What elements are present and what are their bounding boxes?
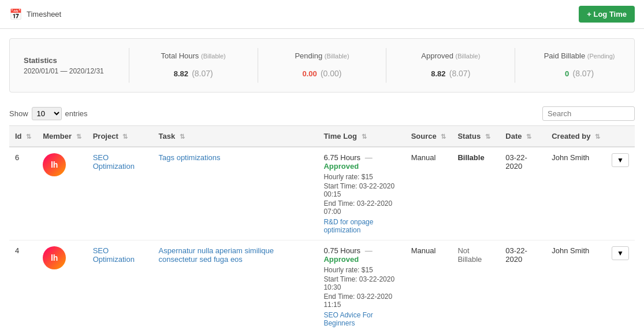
stats-section: Statistics 2020/01/01 — 2020/12/31 <box>24 56 106 75</box>
sort-icon-task: ⇅ <box>180 133 185 140</box>
time-hours: 0.75 Hours <box>323 246 360 255</box>
entries-label: entries <box>65 109 88 118</box>
sort-icon-created-by: ⇅ <box>595 133 600 140</box>
col-timelog[interactable]: Time Log ⇅ <box>318 126 405 147</box>
show-label: Show <box>9 109 28 118</box>
col-date[interactable]: Date ⇅ <box>500 126 546 147</box>
sort-icon-member: ⇅ <box>76 133 81 140</box>
calendar-icon: 📅 <box>9 8 22 21</box>
stat-divider-1 <box>129 48 129 83</box>
cell-task: Aspernatur nulla aperiam similique conse… <box>153 240 318 334</box>
col-task[interactable]: Task ⇅ <box>153 126 318 147</box>
cell-created-by: John Smith <box>546 240 606 334</box>
col-source[interactable]: Source ⇅ <box>405 126 452 147</box>
table-row: 4 lh SEO Optimization Aspernatur nulla a… <box>9 240 635 334</box>
show-entries: Show 10 25 50 100 entries <box>9 107 88 120</box>
time-hours: 6.75 Hours <box>323 153 360 162</box>
task-link[interactable]: Tags optimizations <box>159 153 221 162</box>
cell-source: Manual <box>405 147 452 240</box>
page-title: Timesheet <box>27 10 61 18</box>
entries-select[interactable]: 10 25 50 100 <box>32 107 62 120</box>
note-link[interactable]: SEO Advice For Beginners <box>323 311 399 327</box>
sort-icon-id: ⇅ <box>26 133 31 140</box>
stats-label: Statistics <box>24 56 106 65</box>
sort-icon-date: ⇅ <box>526 133 531 140</box>
end-time: End Time: 03-22-2020 11:15 <box>323 293 399 309</box>
start-time: Start Time: 03-22-2020 10:30 <box>323 275 399 291</box>
stat-divider-2 <box>258 48 258 83</box>
row-dropdown-button[interactable]: ▼ <box>612 153 629 167</box>
stat-approved: Approved (Billable) 8.82 (8.07) <box>410 51 492 80</box>
project-link[interactable]: SEO Optimization <box>93 246 135 264</box>
col-status[interactable]: Status ⇅ <box>452 126 500 147</box>
start-time: Start Time: 03-22-2020 00:15 <box>323 182 399 198</box>
sort-icon-source: ⇅ <box>441 133 446 140</box>
stat-paid-billable-value: 0 (8.07) <box>538 65 620 80</box>
stat-approved-value: 8.82 (8.07) <box>410 65 492 80</box>
cell-member: lh <box>37 147 87 240</box>
header: 📅 Timesheet + Log Time <box>0 0 644 29</box>
note-link[interactable]: R&D for onpage optimization <box>323 218 399 234</box>
timesheet-table: Id ⇅ Member ⇅ Project ⇅ Task ⇅ Time Log … <box>9 125 635 333</box>
stat-pending-value: 0.00 (0.00) <box>281 65 363 80</box>
sort-icon-status: ⇅ <box>485 133 490 140</box>
col-id[interactable]: Id ⇅ <box>9 126 37 147</box>
hourly-rate: Hourly rate: $15 <box>323 173 399 181</box>
cell-project: SEO Optimization <box>87 147 153 240</box>
hourly-rate: Hourly rate: $15 <box>323 266 399 274</box>
col-action <box>606 126 635 147</box>
cell-member: lh <box>37 240 87 334</box>
cell-timelog: 6.75 Hours — Approved Hourly rate: $15 S… <box>318 147 405 240</box>
avatar: lh <box>43 153 66 176</box>
cell-id: 6 <box>9 147 37 240</box>
end-time: End Time: 03-22-2020 07:00 <box>323 199 399 216</box>
search-input[interactable] <box>542 106 635 121</box>
time-dash: — <box>365 153 373 162</box>
cell-source: Manual <box>405 240 452 334</box>
stat-pending: Pending (Billable) 0.00 (0.00) <box>281 51 363 80</box>
cell-created-by: John Smith <box>546 147 606 240</box>
stat-total-hours-title: Total Hours (Billable) <box>152 51 234 60</box>
cell-action: ▼ <box>606 240 635 334</box>
cell-project: SEO Optimization <box>87 240 153 334</box>
sort-icon-project: ⇅ <box>122 133 128 140</box>
avatar: lh <box>43 246 66 269</box>
task-link[interactable]: Aspernatur nulla aperiam similique conse… <box>159 246 274 264</box>
row-dropdown-button[interactable]: ▼ <box>612 246 629 260</box>
header-title: 📅 Timesheet <box>9 8 61 21</box>
stat-total-hours: Total Hours (Billable) 8.82 (8.07) <box>152 51 234 80</box>
cell-date: 03-22-2020 <box>500 147 546 240</box>
cell-status: Not Billable <box>452 240 500 334</box>
stat-approved-title: Approved (Billable) <box>410 51 492 60</box>
col-project[interactable]: Project ⇅ <box>87 126 153 147</box>
time-status: Approved <box>323 162 359 171</box>
project-link[interactable]: SEO Optimization <box>93 153 135 171</box>
table-header-row: Id ⇅ Member ⇅ Project ⇅ Task ⇅ Time Log … <box>9 126 635 147</box>
time-dash: — <box>365 246 373 255</box>
stat-paid-billable: Paid Billable (Pending) 0 (8.07) <box>538 51 620 80</box>
stat-paid-billable-title: Paid Billable (Pending) <box>538 51 620 60</box>
stat-pending-title: Pending (Billable) <box>281 51 363 60</box>
stat-divider-3 <box>386 48 386 83</box>
cell-status: Billable <box>452 147 500 240</box>
cell-timelog: 0.75 Hours — Approved Hourly rate: $15 S… <box>318 240 405 334</box>
table-row: 6 lh SEO Optimization Tags optimizations… <box>9 147 635 240</box>
log-time-button[interactable]: + Log Time <box>579 6 635 23</box>
cell-task: Tags optimizations <box>153 147 318 240</box>
col-created-by[interactable]: Created by ⇅ <box>546 126 606 147</box>
time-status: Approved <box>323 255 359 264</box>
stats-panel: Statistics 2020/01/01 — 2020/12/31 Total… <box>9 38 635 92</box>
col-member[interactable]: Member ⇅ <box>37 126 87 147</box>
table-controls: Show 10 25 50 100 entries <box>0 102 644 125</box>
stats-date: 2020/01/01 — 2020/12/31 <box>24 67 106 75</box>
cell-date: 03-22-2020 <box>500 240 546 334</box>
stat-total-hours-value: 8.82 (8.07) <box>152 65 234 80</box>
stat-divider-4 <box>515 48 515 83</box>
cell-id: 4 <box>9 240 37 334</box>
sort-icon-timelog: ⇅ <box>362 133 367 140</box>
cell-action: ▼ <box>606 147 635 240</box>
